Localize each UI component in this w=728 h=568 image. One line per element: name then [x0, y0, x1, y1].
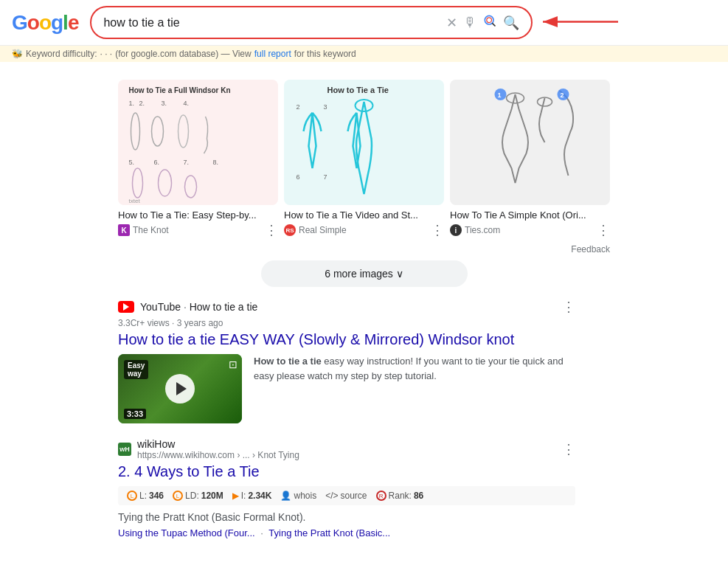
metric-i: ▶ I: 2.34K — [232, 491, 272, 501]
image-menu-1[interactable]: ⋮ — [265, 222, 278, 238]
svg-text:7: 7 — [324, 173, 327, 181]
svg-text:2.: 2. — [139, 100, 145, 107]
l-icon: L — [127, 491, 137, 501]
svg-point-1 — [487, 18, 492, 23]
svg-text:3.: 3. — [162, 100, 167, 107]
svg-rect-5 — [125, 80, 272, 205]
header: Google ✕ 🎙 🔍 — [0, 0, 728, 46]
l-label: L: — [139, 491, 147, 501]
svg-line-2 — [493, 23, 496, 26]
svg-text:txtet: txtet — [129, 198, 141, 204]
source-name-3: Ties.com — [465, 225, 500, 235]
image-menu-2[interactable]: ⋮ — [431, 222, 444, 238]
snippet-bold: How to tie a tie — [254, 356, 322, 367]
full-report-link[interactable]: full report — [254, 49, 291, 59]
image-thumb-2[interactable]: How to Tie a Tie 2 3 6 — [284, 80, 444, 205]
video-meta: 3.3Cr+ views · 3 years ago — [118, 318, 575, 328]
video-title-link[interactable]: How to tie a tie EASY WAY (Slowly & Mirr… — [118, 331, 575, 348]
wikihow-links: Using the Tupac Method (Four... · Tying … — [118, 527, 575, 538]
i-label: I: — [241, 491, 246, 501]
wikihow-url: https://www.wikihow.com › ... › Knot Tyi… — [137, 450, 299, 460]
svg-text:6: 6 — [297, 173, 300, 181]
knot-source-icon: K — [118, 224, 130, 236]
links-separator: · — [260, 527, 263, 538]
rank-value: 86 — [414, 491, 423, 501]
metric-whois[interactable]: 👤 whois — [280, 491, 316, 501]
image-thumb-1[interactable]: How to Tie a Full Windsor Kn 1. 2. 3. 4.… — [118, 80, 278, 205]
video-row: Easyway ⊡ 3:33 How to tie a tie easy way… — [118, 354, 575, 423]
easy-way-badge: Easyway — [124, 360, 148, 379]
source-name-2: Real Simple — [299, 225, 347, 235]
wikihow-link-2[interactable]: Tying the Pratt Knot (Basic... — [268, 527, 390, 538]
image-card-3[interactable]: 1 2 How To Tie A Simple Knot (Ori... i T… — [450, 80, 610, 238]
wikihow-menu[interactable]: ⋮ — [562, 441, 575, 457]
rs-source-icon: RS — [284, 224, 296, 236]
l-value: 346 — [149, 491, 164, 501]
ld-icon: L — [173, 491, 183, 501]
google-logo: Google — [12, 11, 78, 35]
metric-l: L L: 346 — [127, 491, 164, 501]
metrics-row: L L: 346 L LD: 120M ▶ I: 2.34K 👤 whois <… — [118, 486, 575, 505]
i-value: 2.34K — [248, 491, 271, 501]
source-name-1: The Knot — [133, 225, 169, 235]
metric-ld: L LD: 120M — [173, 491, 223, 501]
svg-text:2: 2 — [561, 91, 564, 99]
image-menu-3[interactable]: ⋮ — [597, 222, 610, 238]
microphone-icon[interactable]: 🎙 — [463, 15, 476, 30]
wikihow-title[interactable]: 2. 4 Ways to Tie a Tie — [118, 463, 575, 480]
wikihow-snippet: Tying the Pratt Knot (Basic Formal Knot)… — [118, 511, 575, 523]
keyword-difficulty-dots: · · · — [100, 49, 113, 59]
keyword-bar-suffix: for this keyword — [294, 49, 356, 59]
ties-source-icon: i — [450, 224, 462, 236]
rank-icon: R — [376, 491, 386, 501]
video-play-button[interactable] — [165, 374, 195, 404]
ld-label: LD: — [185, 491, 199, 501]
red-arrow — [537, 13, 625, 32]
svg-rect-22 — [291, 80, 438, 205]
search-bar-container: ✕ 🎙 🔍 — [90, 6, 533, 39]
svg-text:6.: 6. — [154, 159, 160, 166]
i-icon: ▶ — [232, 491, 239, 501]
search-icon[interactable]: 🔍 — [503, 15, 519, 31]
bee-icon: 🐝 — [12, 49, 23, 59]
image-card-2[interactable]: How to Tie a Tie 2 3 6 — [284, 80, 444, 238]
video-duration: 3:33 — [124, 409, 146, 419]
expand-icon[interactable]: ⊡ — [229, 359, 238, 370]
clear-icon[interactable]: ✕ — [446, 15, 457, 31]
svg-text:7.: 7. — [184, 159, 190, 166]
keyword-difficulty-label: Keyword difficulty: — [26, 49, 97, 59]
video-menu[interactable]: ⋮ — [562, 299, 575, 315]
image-title-2: How to Tie a Tie Video and St... — [284, 209, 444, 221]
metric-source[interactable]: </> source — [325, 491, 367, 501]
source-label: source — [341, 491, 367, 501]
wikihow-site-name: wikiHow — [137, 438, 299, 450]
rank-label: Rank: — [389, 491, 412, 501]
code-icon: </> — [325, 491, 338, 501]
video-result: YouTube · How to tie a tie ⋮ 3.3Cr+ view… — [118, 299, 575, 423]
wikihow-link-1[interactable]: Using the Tupac Method (Four... — [118, 527, 255, 538]
wikihow-source-row: wH wikiHow https://www.wikihow.com › ...… — [118, 438, 575, 460]
image-thumb-3[interactable]: 1 2 — [450, 80, 610, 205]
svg-text:8.: 8. — [213, 159, 219, 166]
video-snippet: How to tie a tie easy way instruction! I… — [254, 354, 575, 423]
image-source-1: K The Knot ⋮ — [118, 222, 278, 238]
image-source-2: RS Real Simple ⋮ — [284, 222, 444, 238]
ld-value: 120M — [201, 491, 223, 501]
video-thumbnail[interactable]: Easyway ⊡ 3:33 — [118, 354, 242, 423]
search-box: ✕ 🎙 🔍 — [90, 6, 533, 39]
main-content: How to Tie a Full Windsor Kn 1. 2. 3. 4.… — [0, 62, 728, 559]
feedback-link: Feedback — [118, 244, 610, 254]
svg-text:4.: 4. — [184, 100, 190, 107]
lens-icon[interactable] — [482, 13, 497, 32]
more-images-button[interactable]: 6 more images ∨ — [261, 260, 468, 287]
wikihow-title-link[interactable]: 4 Ways to Tie a Tie — [134, 463, 259, 479]
svg-text:1: 1 — [498, 91, 502, 99]
svg-text:How to Tie a Full Windsor Kn: How to Tie a Full Windsor Kn — [129, 86, 231, 94]
youtube-icon — [118, 301, 134, 313]
svg-text:2: 2 — [297, 103, 300, 111]
metric-rank: R Rank: 86 — [376, 491, 424, 501]
image-card-1[interactable]: How to Tie a Full Windsor Kn 1. 2. 3. 4.… — [118, 80, 278, 238]
svg-text:How to Tie a Tie: How to Tie a Tie — [327, 86, 389, 94]
keyword-bar: 🐝 Keyword difficulty: · · · (for google.… — [0, 46, 728, 62]
search-input[interactable] — [103, 16, 440, 30]
